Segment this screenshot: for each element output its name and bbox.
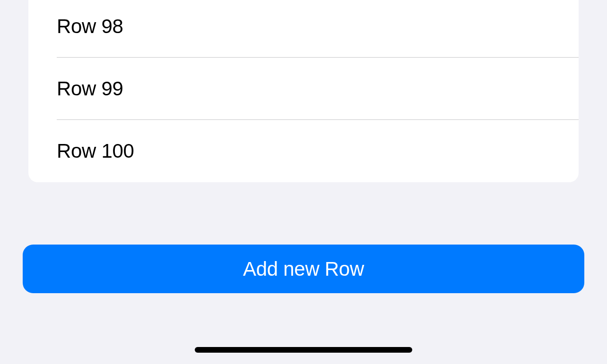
list-row[interactable]: Row 99 bbox=[28, 58, 579, 120]
row-label: Row 100 bbox=[57, 140, 134, 162]
row-label: Row 99 bbox=[57, 77, 123, 100]
add-row-button[interactable]: Add new Row bbox=[23, 245, 584, 293]
list-container: Row 98 Row 99 Row 100 bbox=[28, 0, 579, 182]
row-label: Row 98 bbox=[57, 15, 123, 38]
list-row[interactable]: Row 98 bbox=[28, 0, 579, 58]
list-row[interactable]: Row 100 bbox=[28, 120, 579, 182]
add-row-button-label: Add new Row bbox=[243, 258, 364, 280]
home-indicator bbox=[195, 347, 412, 353]
